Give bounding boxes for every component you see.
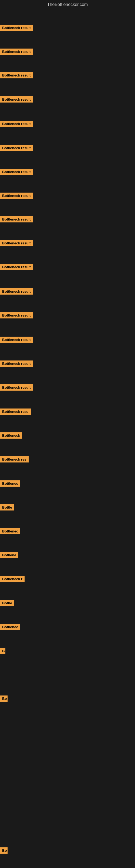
bottleneck-result-item[interactable]: Bottleneck result xyxy=(0,169,33,176)
bottleneck-result-item[interactable]: Bottlenec xyxy=(0,624,20,631)
bottleneck-result-item[interactable]: Bottleneck result xyxy=(0,96,33,104)
bottleneck-result-item[interactable]: Bottleneck result xyxy=(0,145,33,152)
bottleneck-badge: Bottleneck result xyxy=(0,193,33,199)
bottleneck-badge: Bottleneck result xyxy=(0,169,33,175)
bottleneck-result-item[interactable]: Bottleneck result xyxy=(0,121,33,128)
site-title: TheBottlenecker.com xyxy=(0,0,135,9)
bottleneck-badge: Bottlenec xyxy=(0,528,20,534)
bottleneck-result-item[interactable]: Bottleneck result xyxy=(0,384,33,392)
bottleneck-result-item[interactable]: Bottleneck result xyxy=(0,25,33,32)
bottleneck-badge: Bottleneck result xyxy=(0,264,33,270)
bottleneck-result-item[interactable]: Bottleneck result xyxy=(0,288,33,296)
bottleneck-result-item[interactable]: Bottleneck result xyxy=(0,240,33,247)
bottleneck-result-item[interactable]: Bottleneck result xyxy=(0,337,33,344)
bottleneck-badge: Bottleneck result xyxy=(0,25,33,31)
bottleneck-badge: Bottleneck r xyxy=(0,576,25,582)
bottleneck-result-item[interactable]: Bottleneck result xyxy=(0,49,33,56)
bottleneck-result-item[interactable]: Bottleneck result xyxy=(0,264,33,271)
bottleneck-badge: Bo xyxy=(0,695,8,702)
bottleneck-badge: B xyxy=(0,648,5,654)
bottleneck-result-item[interactable]: Bo xyxy=(0,695,8,703)
bottleneck-badge: Bottleneck result xyxy=(0,216,33,222)
bottleneck-result-item[interactable]: Bottleneck r xyxy=(0,576,25,583)
bottleneck-result-item[interactable]: Bottleneck result xyxy=(0,312,33,319)
bottleneck-badge: Bottle xyxy=(0,504,14,510)
bottleneck-badge: Bottleneck result xyxy=(0,384,33,391)
bottleneck-result-item[interactable]: Bo xyxy=(0,847,8,855)
bottleneck-badge: Bottleneck result xyxy=(0,49,33,55)
bottleneck-result-item[interactable]: Bottleneck result xyxy=(0,361,33,368)
bottleneck-result-item[interactable]: Bottleneck result xyxy=(0,216,33,223)
bottleneck-badge: Bottlene xyxy=(0,552,18,558)
bottleneck-result-item[interactable]: Bottle xyxy=(0,504,14,512)
bottleneck-badge: Bottleneck result xyxy=(0,240,33,246)
bottleneck-result-item[interactable]: Bottleneck result xyxy=(0,193,33,200)
bottleneck-badge: Bottlenec xyxy=(0,480,20,487)
bottleneck-badge: Bottleneck result xyxy=(0,337,33,343)
bottleneck-badge: Bottleneck resu xyxy=(0,408,31,415)
bottleneck-badge: Bottleneck result xyxy=(0,361,33,367)
bottleneck-badge: Bottleneck res xyxy=(0,456,29,463)
bottleneck-result-item[interactable]: Bottleneck xyxy=(0,432,22,440)
bottleneck-badge: Bottleneck result xyxy=(0,121,33,127)
bottleneck-badge: Bottleneck result xyxy=(0,312,33,318)
bottleneck-result-item[interactable]: Bottlenec xyxy=(0,528,20,535)
bottleneck-result-item[interactable]: Bottlene xyxy=(0,552,18,559)
bottleneck-badge: Bottleneck xyxy=(0,432,22,439)
bottleneck-badge: Bottleneck result xyxy=(0,145,33,151)
bottleneck-result-item[interactable]: Bottle xyxy=(0,600,14,607)
bottleneck-result-item[interactable]: Bottlenec xyxy=(0,480,20,488)
bottleneck-result-item[interactable]: B xyxy=(0,648,5,655)
bottleneck-badge: Bo xyxy=(0,847,8,854)
bottleneck-result-item[interactable]: Bottleneck result xyxy=(0,72,33,80)
bottleneck-badge: Bottle xyxy=(0,600,14,606)
bottleneck-badge: Bottleneck result xyxy=(0,288,33,294)
bottleneck-result-item[interactable]: Bottleneck res xyxy=(0,456,29,464)
bottleneck-badge: Bottleneck result xyxy=(0,96,33,102)
bottleneck-result-item[interactable]: Bottleneck resu xyxy=(0,408,31,416)
bottleneck-badge: Bottleneck result xyxy=(0,72,33,79)
bottleneck-badge: Bottlenec xyxy=(0,624,20,630)
